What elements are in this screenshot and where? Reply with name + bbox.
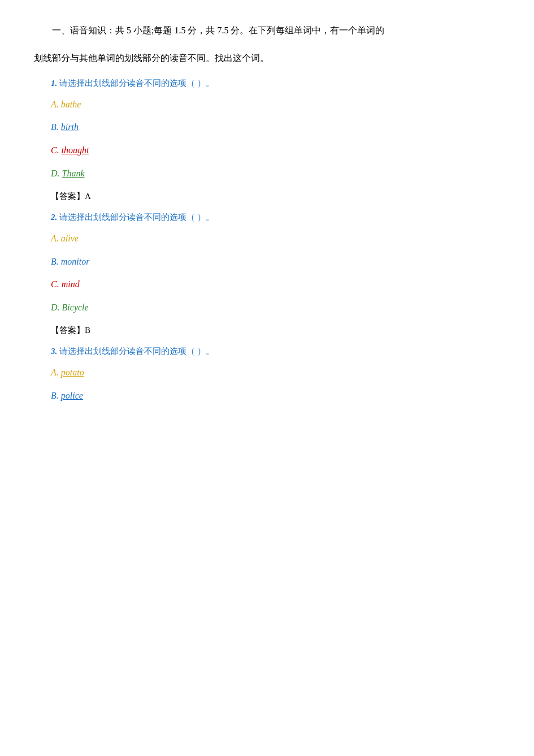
question-3: 3. 请选择出划线部分读音不同的选项（ ）。A. potatoB. police: [34, 346, 500, 404]
option-letter-A: A.: [51, 234, 61, 243]
question-3-option-B: B. police: [51, 388, 500, 404]
question-3-text: 请选择出划线部分读音不同的选项（ ）。: [59, 347, 214, 356]
option-letter-B: B.: [51, 391, 61, 400]
option-word: monitor: [61, 257, 90, 266]
option-word: Bicycle: [62, 303, 89, 312]
intro-paragraph: 一、语音知识：共 5 小题;每题 1.5 分，共 7.5 分。在下列每组单词中，…: [34, 23, 500, 39]
question-1-option-D: D. Thank: [51, 166, 500, 182]
question-1-answer: 【答案】A: [51, 191, 500, 202]
intro-line1: 一、语音知识：共 5 小题;每题 1.5 分，共 7.5 分。在下列每组单词中，…: [52, 25, 384, 35]
question-3-label: 3. 请选择出划线部分读音不同的选项（ ）。: [51, 346, 500, 357]
question-2-option-B: B. monitor: [51, 254, 500, 270]
question-2-option-A: A. alive: [51, 231, 500, 247]
option-letter-A: A.: [51, 100, 61, 109]
option-word: Thank: [62, 169, 85, 178]
answer-value: B: [85, 326, 90, 335]
intro-line2: 划线部分与其他单词的划线部分的读音不同。找出这个词。: [34, 50, 500, 67]
question-2-option-D: D. Bicycle: [51, 300, 500, 316]
question-1-option-A: A. bathe: [51, 97, 500, 113]
option-letter-D: D.: [51, 169, 62, 178]
questions-container: 1. 请选择出划线部分读音不同的选项（ ）。A. batheB. birthC.…: [34, 78, 500, 404]
question-2-number: 2.: [51, 213, 59, 222]
question-2-option-C: C. mind: [51, 277, 500, 293]
option-word: thought: [62, 145, 89, 155]
question-1-option-B: B. birth: [51, 119, 500, 136]
question-2: 2. 请选择出划线部分读音不同的选项（ ）。A. aliveB. monitor…: [34, 212, 500, 336]
option-word: alive: [61, 234, 79, 243]
option-letter-C: C.: [51, 145, 62, 155]
answer-value: A: [85, 192, 91, 201]
option-word: bathe: [61, 100, 81, 109]
question-1-number: 1.: [51, 79, 59, 88]
option-word: mind: [62, 279, 80, 289]
answer-bracket: 【答案】: [51, 326, 85, 335]
option-word: police: [61, 391, 83, 400]
answer-bracket: 【答案】: [51, 192, 85, 201]
question-2-text: 请选择出划线部分读音不同的选项（ ）。: [59, 213, 214, 222]
option-word: birth: [61, 122, 79, 132]
question-2-answer: 【答案】B: [51, 325, 500, 336]
option-letter-C: C.: [51, 279, 62, 289]
question-3-number: 3.: [51, 347, 59, 356]
option-letter-A: A.: [51, 368, 61, 377]
question-1-option-C: C. thought: [51, 142, 500, 159]
question-2-label: 2. 请选择出划线部分读音不同的选项（ ）。: [51, 212, 500, 223]
question-1-text: 请选择出划线部分读音不同的选项（ ）。: [59, 79, 214, 88]
option-letter-B: B.: [51, 257, 61, 266]
question-3-option-A: A. potato: [51, 365, 500, 381]
option-letter-D: D.: [51, 303, 62, 312]
option-letter-B: B.: [51, 122, 61, 132]
option-word: potato: [61, 368, 84, 377]
question-1: 1. 请选择出划线部分读音不同的选项（ ）。A. batheB. birthC.…: [34, 78, 500, 202]
question-1-label: 1. 请选择出划线部分读音不同的选项（ ）。: [51, 78, 500, 89]
